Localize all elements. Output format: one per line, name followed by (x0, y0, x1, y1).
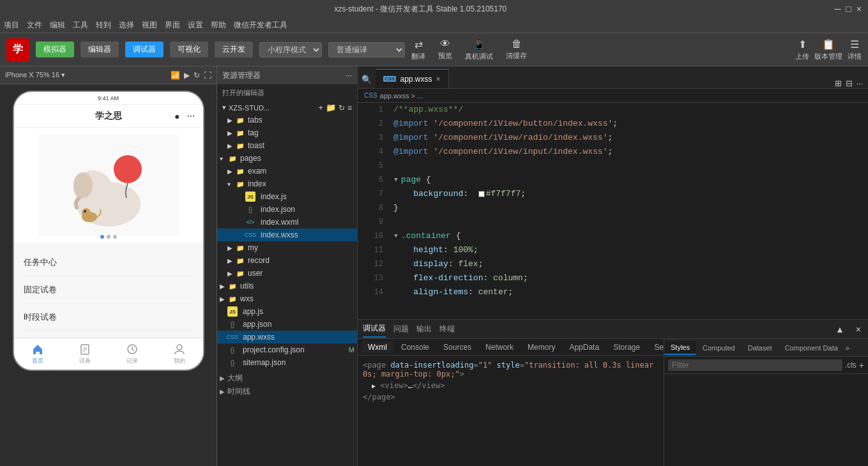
tabbar-record[interactable]: 记录 (109, 338, 156, 370)
tabbar-home[interactable]: 首页 (14, 338, 61, 370)
tree-index-json[interactable]: {} index.json (217, 203, 357, 216)
root-label[interactable]: XZS-STUD... (229, 104, 270, 112)
fullscreen-icon[interactable]: ⛶ (204, 71, 211, 80)
menu-item-edit[interactable]: 编辑 (50, 20, 65, 31)
close-button[interactable]: × (857, 4, 862, 14)
refresh-icon[interactable]: ↻ (339, 103, 345, 112)
explorer-more-icon[interactable]: ··· (346, 71, 352, 80)
detail-action[interactable]: ☰ 详情 (848, 38, 862, 61)
compile-select[interactable]: 普通编译 (328, 42, 405, 57)
menu-item-file[interactable]: 文件 (27, 20, 42, 31)
sec-tab-sources[interactable]: Sources (437, 342, 478, 353)
rotate-icon[interactable]: ↻ (194, 71, 200, 80)
debug-tab-debugger[interactable]: 调试器 (363, 320, 386, 338)
tree-app-json[interactable]: {} app.json (217, 318, 357, 331)
tree-index-wxss[interactable]: CSS index.wxss (217, 229, 357, 241)
more-icon[interactable]: ··· (187, 110, 195, 122)
tree-pages[interactable]: ▾ 📁 pages (217, 152, 357, 165)
tree-index-js[interactable]: JS index.js (217, 190, 357, 203)
menu-item-help[interactable]: 帮助 (211, 20, 226, 31)
right-tab-computed[interactable]: Computed (696, 342, 742, 354)
clean-cache-action[interactable]: 🗑 清缓存 (506, 38, 527, 61)
sec-tab-console[interactable]: Console (395, 342, 436, 353)
new-file-icon[interactable]: + (318, 103, 323, 112)
tree-toast[interactable]: ▶ 📁 toast (217, 139, 357, 152)
menu-item-0[interactable]: 任务中心 (24, 249, 194, 276)
debug-tab-problems[interactable]: 问题 (393, 321, 409, 337)
preview-action[interactable]: 👁 预览 (438, 38, 452, 61)
editor-button[interactable]: 编辑器 (80, 41, 119, 57)
debug-tab-output[interactable]: 输出 (416, 321, 432, 337)
debug-close-btn[interactable]: × (854, 324, 863, 334)
search-icon-btn[interactable]: 🔍 (358, 70, 376, 88)
simulate-button[interactable]: 模拟器 (36, 41, 74, 57)
tree-tag[interactable]: ▶ 📁 tag (217, 126, 357, 139)
tree-wxs[interactable]: ▶ 📁 wxs (217, 292, 357, 305)
tree-exam[interactable]: ▶ 📁 exam (217, 165, 357, 177)
menu-item-interface[interactable]: 界面 (165, 20, 180, 31)
tree-app-wxss[interactable]: CSS app.wxss (217, 331, 357, 343)
real-debug-action[interactable]: 📱 真机调试 (465, 38, 493, 61)
debug-button[interactable]: 调试器 (125, 41, 164, 57)
sec-tab-network[interactable]: Network (479, 342, 520, 353)
right-tab-styles[interactable]: Styles (664, 341, 696, 355)
more-editor-icon[interactable]: ··· (857, 79, 863, 88)
debug-left-content[interactable]: <page data-insertloading="1" style="tran… (358, 356, 664, 466)
menu-item-project[interactable]: 项目 (4, 20, 19, 31)
add-style-icon[interactable]: + (859, 360, 864, 370)
tabbar-mine[interactable]: 我的 (156, 338, 203, 370)
tab-close-button[interactable]: × (436, 75, 440, 84)
minimize-button[interactable]: ─ (834, 4, 841, 14)
html-preview-line2[interactable]: ▶ <view>…</view> (362, 380, 660, 391)
layout-icon[interactable]: ⊟ (846, 79, 853, 88)
tree-user[interactable]: ▶ 📁 user (217, 267, 357, 280)
tree-utils[interactable]: ▶ 📁 utils (217, 280, 357, 292)
tree-sitemap[interactable]: {} sitemap.json (217, 356, 357, 369)
sec-tab-wxml[interactable]: Wxml (362, 342, 393, 353)
editor-tab-app-wxss[interactable]: CSS app.wxss × (376, 69, 449, 88)
tree-project-config[interactable]: {} project.config.json M (217, 343, 357, 356)
root-section[interactable]: ▾ XZS-STUD... + 📁 ↻ ≡ (217, 99, 357, 114)
cloud-button[interactable]: 云开发 (215, 41, 253, 57)
menu-item-devtools[interactable]: 微信开发者工具 (234, 20, 287, 31)
collapse-all-icon[interactable]: ≡ (347, 103, 352, 112)
menu-item-select[interactable]: 选择 (119, 20, 134, 31)
tree-my[interactable]: ▶ 📁 my (217, 241, 357, 254)
menu-item-view[interactable]: 视图 (142, 20, 157, 31)
menu-item-1[interactable]: 固定试卷 (24, 276, 194, 304)
menu-item-settings[interactable]: 设置 (188, 20, 203, 31)
visualize-button[interactable]: 可视化 (170, 41, 208, 57)
new-folder-icon[interactable]: 📁 (326, 103, 336, 112)
tree-outline[interactable]: ▶ 大纲 (217, 372, 357, 385)
tree-record[interactable]: ▶ 📁 record (217, 254, 357, 267)
tree-index[interactable]: ▾ 📁 index (217, 177, 357, 190)
menu-item-goto[interactable]: 转到 (96, 20, 111, 31)
code-editor[interactable]: 1 /**app.wxss**/ 2 @import '/component/i… (358, 103, 868, 319)
tree-tabs[interactable]: ▶ 📁 tabs (217, 114, 357, 126)
circle-icon[interactable]: ● (174, 111, 179, 121)
opened-editors-section[interactable]: 打开的编辑器 (217, 84, 357, 99)
right-tabs-more[interactable]: » (846, 344, 849, 352)
tree-app-js[interactable]: JS app.js (217, 305, 357, 318)
cls-button[interactable]: .cls (845, 361, 857, 370)
forward-icon[interactable]: ▶ (184, 71, 190, 80)
device-selector[interactable]: iPhone X 75% 16 ▾ (5, 71, 65, 79)
filter-input[interactable] (668, 359, 842, 371)
sec-tab-appdata[interactable]: AppData (563, 342, 605, 353)
maximize-button[interactable]: □ (846, 4, 851, 14)
debug-up-btn[interactable]: ▲ (834, 324, 846, 334)
upload-action[interactable]: ⬆ 上传 (795, 38, 809, 61)
right-tab-component-data[interactable]: Component Data (779, 342, 844, 354)
mode-select[interactable]: 小程序模式 (259, 42, 322, 57)
tree-index-wxml[interactable]: </> index.wxml (217, 216, 357, 229)
version-action[interactable]: 📋 版本管理 (814, 38, 842, 61)
split-editor-icon[interactable]: ⊞ (835, 79, 842, 88)
right-tab-dataset[interactable]: Dataset (742, 342, 779, 354)
sec-tab-memory[interactable]: Memory (521, 342, 561, 353)
debug-tab-terminal[interactable]: 终端 (439, 321, 455, 337)
translate-action[interactable]: ⇄ 翻译 (411, 38, 425, 61)
sec-tab-storage[interactable]: Storage (607, 342, 646, 353)
tree-timeline[interactable]: ▶ 时间线 (217, 385, 357, 398)
menu-item-tools[interactable]: 工具 (73, 20, 88, 31)
menu-item-2[interactable]: 时段试卷 (24, 304, 194, 331)
